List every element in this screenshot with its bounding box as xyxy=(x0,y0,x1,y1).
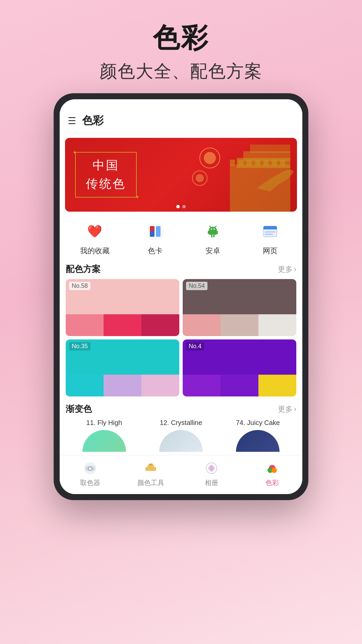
svg-rect-33 xyxy=(265,234,273,235)
svg-rect-40 xyxy=(149,464,153,465)
svg-point-22 xyxy=(214,228,215,230)
app-title-area: 色彩 颜色大全、配色方案 xyxy=(100,20,262,83)
palette-no-4: No.4 xyxy=(186,342,204,351)
svg-rect-10 xyxy=(280,160,285,166)
menu-icon[interactable]: ☰ xyxy=(68,115,76,126)
bottom-nav-picker[interactable]: 取色器 xyxy=(60,460,120,487)
nav-item-web[interactable]: 网页 xyxy=(258,220,282,256)
swatch-58-2 xyxy=(104,314,141,336)
svg-point-12 xyxy=(204,152,216,164)
banner-area[interactable]: 中国 传统色 xyxy=(65,138,297,212)
banner-text-box: 中国 传统色 xyxy=(75,152,137,198)
palette-no-54: No.54 xyxy=(186,282,207,290)
palette-bottom-35 xyxy=(66,375,179,396)
svg-rect-4 xyxy=(230,160,235,166)
palette-card-35[interactable]: No.35 xyxy=(66,339,179,396)
svg-rect-20 xyxy=(209,230,217,235)
bottom-nav-label-color: 色彩 xyxy=(265,478,279,487)
phone-screen: ☰ 色彩 中国 传统色 xyxy=(60,99,302,494)
swatch-35-3 xyxy=(141,375,179,396)
gradient-section-header: 渐变色 更多 › xyxy=(60,401,302,419)
palette-card-58[interactable]: No.58 xyxy=(66,279,179,336)
gradient-circle-3 xyxy=(236,430,280,452)
palette-bottom-4 xyxy=(183,375,296,396)
bottom-nav: 取色器 颜色工具 xyxy=(60,455,302,494)
svg-point-37 xyxy=(89,467,92,470)
scroll-content: 中国 传统色 xyxy=(60,133,302,455)
swatch-54-2 xyxy=(221,314,258,336)
app-title: 色彩 xyxy=(100,20,262,56)
swatch-58-3 xyxy=(141,314,179,336)
nav-item-colorcard[interactable]: 色卡 xyxy=(143,220,167,256)
android-icon xyxy=(201,220,225,243)
quick-nav: ❤️ 我的收藏 色卡 xyxy=(60,212,302,261)
palette-card-54[interactable]: No.54 xyxy=(183,279,296,336)
palette-section-more[interactable]: 更多 › xyxy=(278,264,296,274)
app-subtitle: 颜色大全、配色方案 xyxy=(100,60,262,83)
svg-rect-23 xyxy=(208,231,209,234)
tools-icon xyxy=(143,460,159,476)
bottom-nav-color[interactable]: 色彩 xyxy=(242,460,302,487)
bottom-nav-label-album: 相册 xyxy=(205,478,218,487)
swatch-4-2 xyxy=(221,375,258,396)
nav-label-favorites: 我的收藏 xyxy=(80,246,110,256)
svg-rect-8 xyxy=(263,160,268,166)
svg-rect-9 xyxy=(272,160,277,166)
nav-label-web: 网页 xyxy=(263,246,278,256)
gradient-section-title: 渐变色 xyxy=(66,403,92,415)
svg-rect-6 xyxy=(247,160,252,166)
svg-rect-32 xyxy=(265,231,276,232)
picker-icon xyxy=(82,460,98,476)
album-icon xyxy=(203,460,220,476)
gradient-title-3: 74. Juicy Cake xyxy=(220,419,296,427)
color-icon xyxy=(264,460,280,476)
gradient-title-2: 12. Crystalline xyxy=(142,419,219,427)
svg-rect-18 xyxy=(156,226,161,237)
swatch-54-1 xyxy=(183,314,221,336)
palette-section-title: 配色方案 xyxy=(66,263,101,275)
app-header: ☰ 色彩 xyxy=(60,109,302,133)
svg-rect-24 xyxy=(217,231,218,234)
bottom-nav-album[interactable]: 相册 xyxy=(181,460,242,487)
palette-grid: No.58 No.54 xyxy=(60,279,302,401)
swatch-35-2 xyxy=(104,375,141,396)
banner-bg: 中国 传统色 xyxy=(65,138,297,212)
swatch-58-1 xyxy=(66,314,104,336)
svg-rect-31 xyxy=(263,228,277,229)
header-title: 色彩 xyxy=(82,113,104,128)
gradient-item-1[interactable]: 11. Fly High xyxy=(66,419,142,452)
palette-bottom-58 xyxy=(66,314,179,336)
status-bar xyxy=(60,99,302,109)
swatch-4-1 xyxy=(183,375,221,396)
nav-label-android: 安卓 xyxy=(205,246,220,256)
svg-rect-5 xyxy=(238,160,243,166)
svg-rect-38 xyxy=(145,467,156,471)
palette-bottom-54 xyxy=(183,314,296,336)
gradient-section-more[interactable]: 更多 › xyxy=(278,404,296,414)
svg-rect-17 xyxy=(150,226,155,231)
favorites-icon: ❤️ xyxy=(83,220,107,243)
swatch-54-3 xyxy=(258,314,296,336)
gradient-item-3[interactable]: 74. Juicy Cake xyxy=(220,419,296,452)
palette-no-35: No.35 xyxy=(69,342,90,351)
nav-item-favorites[interactable]: ❤️ 我的收藏 xyxy=(80,220,110,256)
phone-frame: ☰ 色彩 中国 传统色 xyxy=(54,93,308,500)
svg-rect-25 xyxy=(211,235,213,237)
palette-no-58: No.58 xyxy=(69,282,90,290)
svg-line-27 xyxy=(209,226,211,227)
swatch-4-3 xyxy=(258,375,296,396)
nav-item-android[interactable]: 安卓 xyxy=(201,220,225,256)
svg-point-21 xyxy=(211,228,212,230)
banner-dot-2 xyxy=(182,205,186,208)
gradient-circle-2 xyxy=(159,430,203,452)
banner-line2: 传统色 xyxy=(86,176,126,192)
bottom-nav-label-picker: 取色器 xyxy=(80,478,100,487)
gradient-item-2[interactable]: 12. Crystalline xyxy=(142,419,219,452)
svg-point-14 xyxy=(196,174,204,182)
svg-line-28 xyxy=(215,226,216,227)
gradient-section: 渐变色 更多 › 11. Fly High 12. Crystalline xyxy=(60,401,302,455)
bottom-nav-tools[interactable]: 颜色工具 xyxy=(120,460,181,487)
nav-label-colorcard: 色卡 xyxy=(148,246,163,256)
palette-card-4[interactable]: No.4 xyxy=(183,339,296,396)
palette-section-header: 配色方案 更多 › xyxy=(60,261,302,279)
